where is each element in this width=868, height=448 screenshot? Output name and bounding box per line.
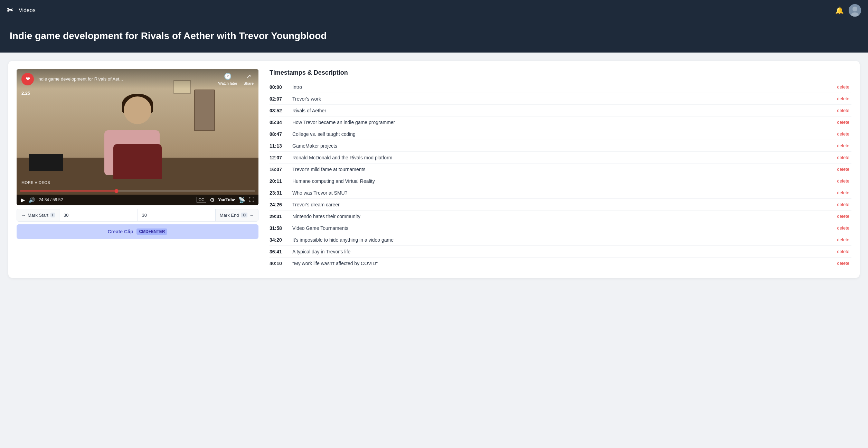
timestamp-delete-button[interactable]: delete [835,84,851,90]
timestamp-row: 23:31Who was Trevor at SMU?delete [270,187,851,199]
progress-thumb [114,189,118,193]
timestamp-time: 02:07 [270,96,289,102]
timestamp-label: GameMaker projects [289,143,835,149]
bell-icon[interactable]: 🔔 [835,6,844,15]
cc-button[interactable]: CC [197,197,206,203]
timestamp-row: 24:26Trevor's dream careerdelete [270,199,851,211]
timestamp-delete-button[interactable]: delete [835,166,851,172]
timestamp-time: 31:58 [270,225,289,231]
timestamps-section: Timestamps & Description 00:00Introdelet… [270,69,851,270]
volume-button[interactable]: 🔊 [28,197,35,203]
timestamp-delete-button[interactable]: delete [835,201,851,208]
timestamp-row: 31:58Video Game Tournamentsdelete [270,222,851,234]
create-clip-label: Create Clip [108,229,133,234]
mark-end-arrow: ← [249,213,254,218]
timestamp-label: Trevor's mild fame at tournaments [289,167,835,172]
mark-end-input[interactable] [138,209,215,221]
timestamp-delete-button[interactable]: delete [835,248,851,255]
timestamp-label: How Trevor became an indie game programm… [289,120,835,125]
mark-start-text: Mark Start [28,213,48,218]
page-title: Indie game development for Rivals of Aet… [10,30,858,41]
video-top-bar: ❤ Indie game development for Rivals of A… [17,69,258,89]
total-time: 59:52 [53,197,63,202]
video-title: Indie game development for Rivals of Aet… [37,76,214,82]
timestamp-time: 34:20 [270,237,289,243]
main-card: ❤ Indie game development for Rivals of A… [8,61,860,278]
share-label: Share [244,81,254,85]
current-time: 24:34 [39,197,49,202]
timestamp-delete-button[interactable]: delete [835,213,851,220]
video-controls: ▶ 🔊 24:34 / 59:52 CC ⚙ YouTube 📡 ⛶ [17,195,258,205]
app-header: ✂ Videos 🔔 [0,0,868,21]
timestamp-label: Humane computing and Virtual Reality [289,178,835,184]
timestamps-heading: Timestamps & Description [270,69,851,76]
timestamp-row: 41:35Coding task management with listsde… [270,269,851,270]
timestamp-time: 29:31 [270,214,289,219]
timestamp-label: Who was Trevor at SMU? [289,190,835,196]
mark-controls: → Mark Start I Mark End O ← [17,209,258,222]
header-title: Videos [19,7,36,13]
timestamp-time: 40:10 [270,261,289,266]
header-right: 🔔 [835,4,861,17]
timestamp-time: 20:11 [270,178,289,184]
time-display: 24:34 / 59:52 [39,197,63,202]
timestamp-row: 16:07Trevor's mild fame at tournamentsde… [270,164,851,175]
timestamp-label: Trevor's dream career [289,202,835,207]
timestamp-label: Video Game Tournaments [289,225,835,231]
mark-start-label: → Mark Start I [17,209,59,221]
timestamp-row: 29:31Nintendo hates their communitydelet… [270,211,851,222]
avatar[interactable] [849,4,861,17]
video-background [17,69,258,205]
timestamp-time: 05:34 [270,120,289,125]
mark-start-arrow: → [21,213,26,218]
timestamp-delete-button[interactable]: delete [835,154,851,161]
timestamp-delete-button[interactable]: delete [835,236,851,243]
video-progress-area[interactable] [17,190,258,192]
timestamp-label: Nintendo hates their community [289,214,835,219]
timestamp-delete-button[interactable]: delete [835,178,851,184]
timestamp-delete-button[interactable]: delete [835,119,851,125]
mark-start-input[interactable] [59,209,137,221]
mark-end-label: Mark End O ← [215,209,258,221]
timestamp-delete-button[interactable]: delete [835,107,851,114]
settings-button[interactable]: ⚙ [210,197,215,203]
timestamp-row: 34:20It's impossible to hide anything in… [270,234,851,246]
room-door [194,90,215,131]
timestamp-delete-button[interactable]: delete [835,260,851,267]
timestamp-time: 03:52 [270,108,289,113]
timestamp-time: 11:13 [270,143,289,149]
timestamp-row: 40:10"My work life wasn't affected by CO… [270,258,851,269]
header-left: ✂ Videos [7,6,36,15]
youtube-badge: YouTube [218,197,235,203]
heart-button[interactable]: ❤ [21,73,34,85]
progress-track[interactable] [20,190,255,192]
timestamp-time: 00:00 [270,84,289,90]
fullscreen-button[interactable]: ⛶ [249,197,254,203]
timestamp-delete-button[interactable]: delete [835,142,851,149]
timestamp-delete-button[interactable]: delete [835,131,851,137]
video-container[interactable]: ❤ Indie game development for Rivals of A… [17,69,258,205]
mark-end-text: Mark End [220,213,239,218]
timestamp-time: 08:47 [270,131,289,137]
timestamp-label: A typical day in Trevor's life [289,249,835,254]
more-videos-label: MORE VIDEOS [21,180,50,185]
title-section: Indie game development for Rivals of Aet… [0,21,868,53]
play-button[interactable]: ▶ [21,197,25,203]
timestamp-label: College vs. self taught coding [289,131,835,137]
timestamp-delete-button[interactable]: delete [835,95,851,102]
timestamp-delete-button[interactable]: delete [835,189,851,196]
timestamp-row: 05:34How Trevor became an indie game pro… [270,116,851,128]
mark-start-section: → Mark Start I [17,209,138,221]
timestamp-time: 23:31 [270,190,289,196]
timestamp-row: 36:41A typical day in Trevor's lifedelet… [270,246,851,258]
timestamp-row: 08:47College vs. self taught codingdelet… [270,128,851,140]
share-icon: ↗ [246,73,251,80]
create-clip-button[interactable]: Create Clip CMD+ENTER [17,224,258,239]
create-clip-shortcut: CMD+ENTER [136,228,167,235]
share-button[interactable]: ↗ Share [244,73,254,85]
timestamp-label: Intro [289,84,835,90]
watch-later-button[interactable]: 🕐 Watch later [218,73,237,85]
timestamp-delete-button[interactable]: delete [835,225,851,231]
timestamp-row: 02:07Trevor's workdelete [270,93,851,105]
cast-button[interactable]: 📡 [238,197,245,203]
